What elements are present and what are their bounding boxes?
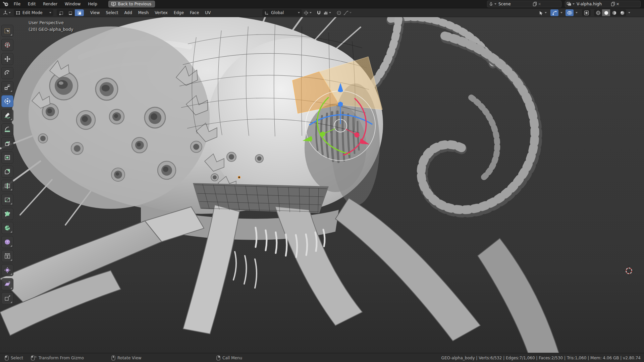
selectability-visibility-dropdown[interactable] [538, 9, 548, 16]
menu-select[interactable]: Select [103, 8, 121, 17]
mesh-select-mode-toggles [57, 9, 84, 16]
viewport-area: Edit Mode View Select Ad [0, 8, 644, 353]
scene-selector[interactable]: Scene ✕ [487, 1, 561, 7]
mouse-middle-icon [111, 355, 115, 361]
menu-render[interactable]: Render [39, 0, 61, 8]
menu-window[interactable]: Window [61, 0, 84, 8]
magnet-icon [316, 10, 321, 15]
tool-measure[interactable] [2, 124, 13, 135]
tool-shrink-fatten[interactable] [2, 264, 13, 276]
tool-scale[interactable] [2, 81, 13, 93]
view-layer-name[interactable]: V-alpha.high [575, 2, 611, 6]
show-gizmo-toggle[interactable] [550, 9, 558, 16]
tool-rip-region[interactable] [2, 293, 13, 304]
menu-edit[interactable]: Edit [24, 0, 39, 8]
hint-transform-from-gizmo: Transform From Gizmo [31, 353, 84, 362]
tool-spin[interactable] [2, 222, 13, 234]
menu-vertex[interactable]: Vertex [152, 8, 171, 17]
material-sphere-icon [612, 10, 617, 15]
scene-unlink-icon[interactable]: ✕ [537, 2, 542, 6]
solid-sphere-icon [604, 10, 609, 15]
menu-add[interactable]: Add [121, 8, 135, 17]
shading-material-button[interactable] [610, 9, 618, 16]
proportional-falloff-dropdown[interactable] [342, 9, 353, 16]
topbar: File Edit Render Window Help Back to Pre… [0, 0, 644, 8]
hint-select: Select [5, 353, 23, 362]
shading-solid-button[interactable] [602, 9, 610, 16]
tool-loop-cut[interactable] [2, 180, 13, 191]
menu-help[interactable]: Help [84, 0, 101, 8]
tool-extrude-region[interactable] [2, 138, 13, 149]
pivot-point-icon [304, 10, 309, 15]
view-layer-remove-icon[interactable]: ✕ [615, 2, 620, 6]
gizmo-dropdown[interactable] [558, 9, 564, 16]
menu-view[interactable]: View [87, 8, 103, 17]
falloff-curve-icon [343, 10, 348, 15]
view-layer-copy-icon[interactable] [611, 2, 615, 6]
face-select-button[interactable] [75, 9, 84, 16]
view-layer-browse-icon[interactable] [567, 2, 575, 6]
vertex-select-button[interactable] [57, 9, 66, 16]
overlays-dropdown[interactable] [574, 9, 579, 16]
scene-browse-icon[interactable] [489, 2, 496, 6]
active-object-overlay: (20) GEO-alpha_body [29, 27, 73, 32]
menu-uv[interactable]: UV [202, 8, 214, 17]
tool-inset-faces[interactable] [2, 152, 13, 163]
tool-move[interactable] [2, 53, 13, 65]
menu-mesh[interactable]: Mesh [135, 8, 152, 17]
menu-face[interactable]: Face [187, 8, 202, 17]
cursor-arrow-icon [539, 10, 544, 15]
tool-edge-slide[interactable] [2, 250, 13, 262]
show-overlays-toggle[interactable] [566, 9, 574, 16]
shading-dropdown[interactable] [626, 9, 631, 16]
mouse-right-icon [216, 355, 220, 361]
proportional-editing-icon [336, 10, 341, 15]
snap-settings-dropdown[interactable] [322, 9, 332, 16]
tool-annotate[interactable] [2, 110, 13, 121]
proportional-editing-toggle[interactable] [335, 9, 342, 16]
viewport-canvas[interactable] [0, 17, 644, 353]
edge-select-button[interactable] [66, 9, 75, 16]
menu-edge[interactable]: Edge [171, 8, 187, 17]
tool-knife[interactable] [2, 194, 13, 205]
mouse-left-drag-icon [31, 355, 37, 361]
snap-increment-icon [323, 10, 328, 15]
tool-rotate[interactable] [2, 67, 13, 79]
viewport-header: Edit Mode View Select Ad [0, 8, 644, 17]
transform-orientation-dropdown[interactable]: Global [262, 9, 302, 16]
tool-shear[interactable] [2, 279, 13, 290]
gizmo-icon [552, 10, 557, 15]
view-layer-selector[interactable]: V-alpha.high ✕ [565, 1, 641, 7]
hint-call-menu: Call Menu [216, 353, 242, 362]
toolbar [2, 25, 14, 307]
hint-rotate-view: Rotate View [111, 353, 142, 362]
shading-wireframe-button[interactable] [594, 9, 602, 16]
shading-mode-group [594, 9, 626, 16]
snap-toggle-button[interactable] [315, 9, 322, 16]
3d-viewport-editor-icon [2, 10, 8, 15]
tool-transform[interactable] [2, 96, 13, 107]
orientation-label: Global [269, 10, 297, 15]
mode-selector[interactable]: Edit Mode [14, 9, 53, 16]
statusbar: Select Transform From Gizmo Rotate View [0, 353, 644, 362]
blender-window: File Edit Render Window Help Back to Pre… [0, 0, 644, 362]
xray-toggle[interactable] [582, 9, 591, 16]
scene-name[interactable]: Scene [496, 2, 533, 6]
scene-statistics: GEO-alpha_body | Verts:6/532 | Edges:7/1… [441, 353, 641, 362]
back-screen-icon [111, 2, 116, 6]
shading-rendered-button[interactable] [618, 9, 626, 16]
blender-logo-icon[interactable] [1, 0, 10, 8]
overlays-icon [567, 10, 572, 15]
menu-file[interactable]: File [10, 0, 24, 8]
scene-copy-icon[interactable] [533, 2, 537, 6]
mode-label: Edit Mode [20, 10, 48, 15]
back-to-previous-button[interactable]: Back to Previous [108, 1, 155, 7]
tool-cursor[interactable] [2, 39, 13, 51]
tool-bevel[interactable] [2, 166, 13, 177]
tool-smooth[interactable] [2, 236, 13, 248]
tool-select-box[interactable] [2, 25, 13, 37]
wireframe-sphere-icon [596, 10, 601, 15]
editor-type-button[interactable] [1, 9, 12, 16]
pivot-point-dropdown[interactable] [303, 9, 313, 16]
tool-poly-build[interactable] [2, 208, 13, 220]
